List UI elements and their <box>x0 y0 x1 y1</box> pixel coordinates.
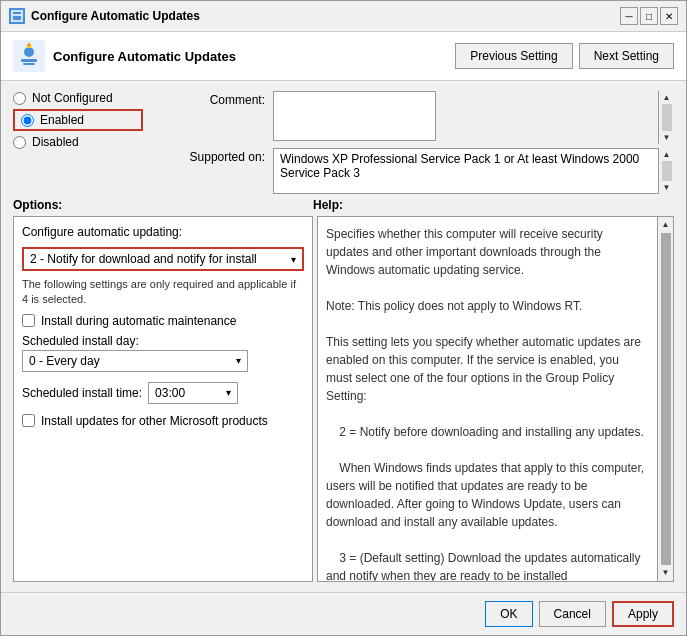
scheduled-time-label: Scheduled install time: <box>22 386 142 400</box>
help-panel: Specifies whether this computer will rec… <box>317 216 674 582</box>
next-setting-button[interactable]: Next Setting <box>579 43 674 69</box>
header-icon <box>13 40 45 72</box>
comment-scroll-thumb[interactable] <box>662 104 672 131</box>
supported-container: Windows XP Professional Service Pack 1 o… <box>273 148 674 194</box>
help-paragraph-5: When Windows finds updates that apply to… <box>326 459 647 531</box>
supported-text: Windows XP Professional Service Pack 1 o… <box>273 148 674 194</box>
supported-label: Supported on: <box>143 148 273 194</box>
disabled-row: Disabled <box>13 135 143 149</box>
help-header: Help: <box>313 198 674 212</box>
ok-button[interactable]: OK <box>485 601 532 627</box>
supported-section: Supported on: Windows XP Professional Se… <box>143 148 674 194</box>
help-scroll-down[interactable]: ▼ <box>662 567 670 579</box>
disabled-radio[interactable] <box>13 136 26 149</box>
other-products-label: Install updates for other Microsoft prod… <box>41 414 268 428</box>
svg-point-3 <box>24 47 34 57</box>
supported-scrollbar: ▲ ▼ <box>658 148 674 194</box>
svg-rect-0 <box>12 11 22 21</box>
other-products-row: Install updates for other Microsoft prod… <box>22 414 304 428</box>
not-configured-row: Not Configured <box>13 91 143 105</box>
help-scroll-up[interactable]: ▲ <box>662 219 670 231</box>
comment-scrollbar: ▲ ▼ <box>658 91 674 144</box>
header-left: Configure Automatic Updates <box>13 40 236 72</box>
install-maintenance-row: Install during automatic maintenance <box>22 314 304 328</box>
help-paragraph-4: 2 = Notify before downloading and instal… <box>326 423 647 441</box>
help-text-container: Specifies whether this computer will rec… <box>326 225 665 582</box>
comment-label: Comment: <box>143 91 273 144</box>
options-header: Options: <box>13 198 313 212</box>
supported-scroll-down[interactable]: ▼ <box>663 183 671 192</box>
title-bar: Configure Automatic Updates ─ □ ✕ <box>1 1 686 32</box>
help-scroll-thumb[interactable] <box>661 233 671 565</box>
content-area: Not Configured Enabled Disabled Comment: <box>1 81 686 592</box>
enabled-row: Enabled <box>13 109 143 131</box>
help-paragraph-2: Note: This policy does not apply to Wind… <box>326 297 647 315</box>
svg-rect-5 <box>23 63 35 65</box>
install-maintenance-checkbox[interactable] <box>22 314 35 327</box>
window-icon <box>9 8 25 24</box>
not-configured-radio[interactable] <box>13 92 26 105</box>
not-configured-label: Not Configured <box>32 91 113 105</box>
radio-group: Not Configured Enabled Disabled <box>13 91 143 186</box>
configure-dropdown[interactable]: 2 - Notify for download and notify for i… <box>22 247 304 271</box>
configure-dropdown-value: 2 - Notify for download and notify for i… <box>30 252 257 266</box>
window-title: Configure Automatic Updates <box>31 9 620 23</box>
previous-setting-button[interactable]: Previous Setting <box>455 43 572 69</box>
scheduled-day-section: Scheduled install day: 0 - Every day ▾ <box>22 334 304 372</box>
enabled-radio[interactable] <box>21 114 34 127</box>
minimize-button[interactable]: ─ <box>620 7 638 25</box>
time-dropdown-chevron: ▾ <box>226 387 231 398</box>
apply-button[interactable]: Apply <box>612 601 674 627</box>
cancel-button[interactable]: Cancel <box>539 601 606 627</box>
right-section: Comment: ▲ ▼ Supported on: Windows XP Pr… <box>143 91 674 194</box>
configure-label-text: Configure automatic updating: <box>22 225 304 239</box>
svg-rect-4 <box>21 59 37 62</box>
help-paragraph-3: This setting lets you specify whether au… <box>326 333 647 405</box>
main-window: Configure Automatic Updates ─ □ ✕ Config… <box>0 0 687 636</box>
main-panels: Configure automatic updating: 2 - Notify… <box>13 216 674 582</box>
scheduled-time-dropdown[interactable]: 03:00 ▾ <box>148 382 238 404</box>
header-buttons: Previous Setting Next Setting <box>455 43 674 69</box>
options-panel: Configure automatic updating: 2 - Notify… <box>13 216 313 582</box>
help-scrollbar: ▲ ▼ <box>657 217 673 581</box>
header-bar: Configure Automatic Updates Previous Set… <box>1 32 686 81</box>
scheduled-day-dropdown[interactable]: 0 - Every day ▾ <box>22 350 248 372</box>
comment-scroll-down[interactable]: ▼ <box>663 133 671 142</box>
comment-textarea[interactable] <box>273 91 436 141</box>
scheduled-time-value: 03:00 <box>155 386 185 400</box>
install-maintenance-label: Install during automatic maintenance <box>41 314 236 328</box>
comment-section: Comment: ▲ ▼ <box>143 91 674 144</box>
footer: OK Cancel Apply <box>1 592 686 635</box>
other-products-checkbox[interactable] <box>22 414 35 427</box>
window-controls: ─ □ ✕ <box>620 7 678 25</box>
scheduled-day-value: 0 - Every day <box>29 354 100 368</box>
close-button[interactable]: ✕ <box>660 7 678 25</box>
scheduled-day-label: Scheduled install day: <box>22 334 304 348</box>
maximize-button[interactable]: □ <box>640 7 658 25</box>
top-section: Not Configured Enabled Disabled Comment: <box>13 91 674 194</box>
comment-scroll-up[interactable]: ▲ <box>663 93 671 102</box>
help-paragraph-1: Specifies whether this computer will rec… <box>326 225 647 279</box>
disabled-label: Disabled <box>32 135 79 149</box>
supported-scroll-up[interactable]: ▲ <box>663 150 671 159</box>
enabled-label: Enabled <box>40 113 84 127</box>
configure-dropdown-chevron: ▾ <box>291 254 296 265</box>
day-dropdown-chevron: ▾ <box>236 355 241 366</box>
supported-scroll-thumb[interactable] <box>662 161 672 181</box>
scheduled-time-row: Scheduled install time: 03:00 ▾ <box>22 382 304 404</box>
help-paragraph-6: 3 = (Default setting) Download the updat… <box>326 549 647 582</box>
comment-container: ▲ ▼ <box>273 91 674 144</box>
header-title: Configure Automatic Updates <box>53 49 236 64</box>
settings-note: The following settings are only required… <box>22 277 304 308</box>
section-headers: Options: Help: <box>13 198 674 212</box>
